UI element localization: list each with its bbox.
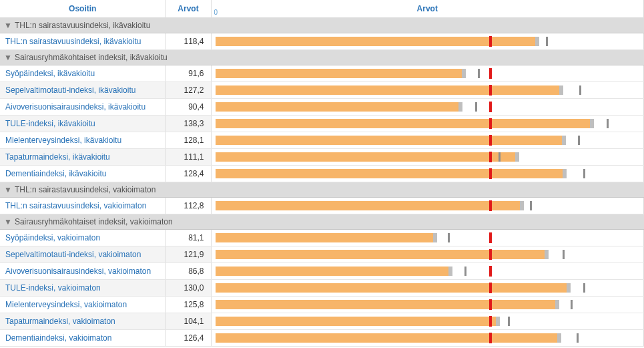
collapse-icon[interactable]: ▼: [4, 185, 12, 194]
group-title: THL:n sairastavuusindeksi, vakioimaton: [15, 185, 155, 194]
value-bar: [216, 169, 567, 178]
table-row: Aivoverisuonisairausindeksi, ikävakioitu…: [0, 99, 644, 116]
value-bar: [216, 136, 566, 145]
indicator-label[interactable]: Dementiaindeksi, vakioimaton: [0, 330, 166, 347]
table-row: Dementiaindeksi, vakioimaton126,4: [0, 330, 644, 347]
collapse-icon[interactable]: ▼: [4, 53, 12, 62]
reference-marker: [489, 333, 492, 343]
indicator-value: 104,1: [166, 313, 211, 330]
group-title: Sairausryhmäkohtaiset indeksit, vakioima…: [15, 217, 173, 226]
value-bar: [216, 152, 520, 162]
bar-wrap: [216, 119, 640, 128]
table-row: Syöpäindeksi, ikävakioitu91,6: [0, 65, 644, 82]
comparison-tick: [448, 233, 450, 242]
reference-marker: [489, 135, 492, 146]
bar-cell: [211, 149, 644, 166]
group-row[interactable]: ▼Sairausryhmäkohtaiset indeksit, ikävaki…: [0, 50, 644, 65]
indicator-value: 90,4: [166, 99, 211, 116]
reference-marker: [489, 316, 492, 327]
bar-cell: [211, 297, 644, 313]
indicator-value: 126,4: [166, 330, 211, 347]
indicator-value: 112,8: [166, 198, 211, 214]
indicator-label[interactable]: TULE-indeksi, ikävakioitu: [0, 116, 166, 132]
comparison-tick: [579, 85, 581, 95]
table-row: TULE-indeksi, vakioimaton130,0: [0, 280, 644, 297]
bar-wrap: [216, 300, 640, 309]
header-indicator[interactable]: Osoitin: [0, 0, 166, 18]
comparison-tick: [578, 136, 580, 145]
reference-marker: [489, 168, 492, 179]
value-bar: [216, 267, 453, 276]
comparison-tick: [583, 169, 585, 178]
value-bar: [216, 69, 466, 78]
table-row: Aivoverisuonisairausindeksi, vakioimaton…: [0, 263, 644, 280]
indicator-value: 128,1: [166, 132, 211, 149]
indicator-value: 91,6: [166, 65, 211, 82]
reference-marker: [489, 266, 492, 277]
collapse-icon[interactable]: ▼: [4, 217, 12, 226]
table-row: Mielenterveysindeksi, ikävakioitu128,1: [0, 132, 644, 149]
value-bar: [216, 250, 549, 259]
group-row[interactable]: ▼THL:n sairastavuusindeksi, vakioimaton: [0, 182, 644, 198]
indicator-label[interactable]: Tapaturmaindeksi, ikävakioitu: [0, 149, 166, 166]
indicator-value: 127,2: [166, 82, 211, 99]
indicator-value: 121,9: [166, 246, 211, 263]
value-bar: [216, 283, 571, 293]
group-row[interactable]: ▼Sairausryhmäkohtaiset indeksit, vakioim…: [0, 214, 644, 230]
indicator-label[interactable]: Aivoverisuonisairausindeksi, vakioimaton: [0, 263, 166, 280]
collapse-icon[interactable]: ▼: [4, 21, 12, 30]
indicator-label[interactable]: Sepelvaltimotauti-indeksi, ikävakioitu: [0, 82, 166, 99]
value-bar: [216, 201, 524, 210]
indicator-label[interactable]: Sepelvaltimotauti-indeksi, vakioimaton: [0, 246, 166, 263]
bar-cell: [211, 280, 644, 297]
bar-wrap: [216, 317, 640, 326]
indicator-label[interactable]: THL:n sairastavuusindeksi, ikävakioitu: [0, 33, 166, 50]
indicator-label[interactable]: Dementiaindeksi, ikävakioitu: [0, 166, 166, 182]
indicator-label[interactable]: Syöpäindeksi, vakioimaton: [0, 230, 166, 246]
bar-wrap: [216, 37, 640, 46]
header-chart[interactable]: Arvot 0: [211, 0, 644, 18]
comparison-tick: [607, 119, 609, 128]
table-row: THL:n sairastavuusindeksi, vakioimaton11…: [0, 198, 644, 214]
group-row[interactable]: ▼THL:n sairastavuusindeksi, ikävakioitu: [0, 18, 644, 33]
indicator-label[interactable]: TULE-indeksi, vakioimaton: [0, 280, 166, 297]
bar-wrap: [216, 152, 640, 162]
indicator-label[interactable]: Tapaturmaindeksi, vakioimaton: [0, 313, 166, 330]
indicator-value: 118,4: [166, 33, 211, 50]
indicator-label[interactable]: Mielenterveysindeksi, vakioimaton: [0, 297, 166, 313]
indicator-value: 138,3: [166, 116, 211, 132]
bar-cell: [211, 65, 644, 82]
indicator-value: 81,1: [166, 230, 211, 246]
bar-wrap: [216, 233, 640, 242]
indicator-label[interactable]: Mielenterveysindeksi, ikävakioitu: [0, 132, 166, 149]
comparison-tick: [508, 317, 510, 326]
reference-marker: [489, 200, 492, 211]
value-bar: [216, 300, 560, 309]
indicator-value: 130,0: [166, 280, 211, 297]
comparison-tick: [546, 37, 548, 46]
indicator-label[interactable]: THL:n sairastavuusindeksi, vakioimaton: [0, 198, 166, 214]
reference-marker: [489, 85, 492, 96]
header-values[interactable]: Arvot: [166, 0, 211, 18]
indicator-label[interactable]: Syöpäindeksi, ikävakioitu: [0, 65, 166, 82]
reference-marker: [489, 102, 492, 112]
comparison-tick: [478, 69, 480, 78]
bar-cell: [211, 313, 644, 330]
table-row: Mielenterveysindeksi, vakioimaton125,8: [0, 297, 644, 313]
comparison-tick: [499, 152, 501, 162]
indicator-label[interactable]: Aivoverisuonisairausindeksi, ikävakioitu: [0, 99, 166, 116]
bar-wrap: [216, 267, 640, 276]
indicator-table: Osoitin Arvot Arvot 0 ▼THL:n sairastavuu…: [0, 0, 644, 347]
bar-wrap: [216, 201, 640, 210]
bar-wrap: [216, 333, 640, 343]
value-bar: [216, 233, 438, 242]
bar-wrap: [216, 169, 640, 178]
group-title: THL:n sairastavuusindeksi, ikävakioitu: [15, 21, 150, 30]
reference-marker: [489, 283, 492, 293]
comparison-tick: [464, 267, 466, 276]
reference-marker: [489, 152, 492, 162]
bar-wrap: [216, 102, 640, 112]
reference-marker: [489, 68, 492, 79]
header-chart-label: Arvot: [417, 4, 438, 13]
bar-cell: [211, 230, 644, 246]
